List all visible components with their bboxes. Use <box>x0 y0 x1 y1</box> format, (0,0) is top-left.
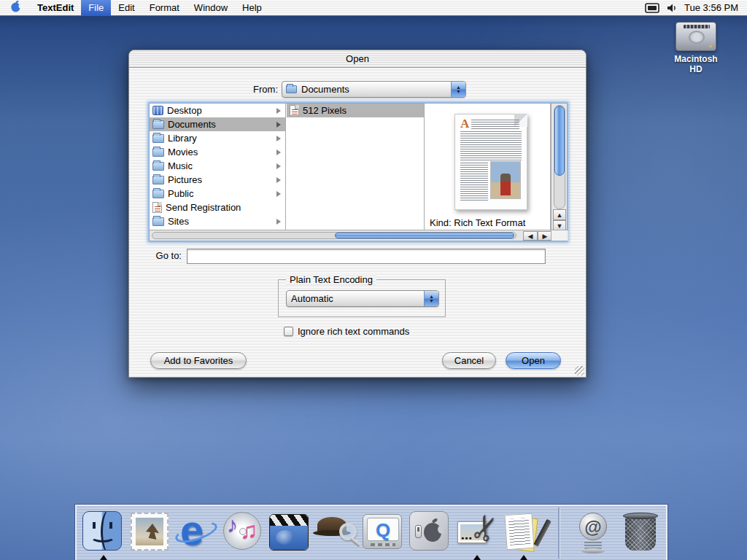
menu-bar: TextEdit File Edit Format Window Help Tu… <box>0 0 747 16</box>
folder-item-send-registration[interactable]: Send Registration <box>150 201 285 214</box>
dock: e ♪♫ Q ●●● ✂ @ <box>75 505 667 560</box>
desktop-folder-icon <box>152 106 163 115</box>
goto-input[interactable] <box>187 249 546 264</box>
dock-sherlock-icon[interactable] <box>316 511 358 553</box>
ignore-rich-text-label: Ignore rich text commands <box>298 326 409 337</box>
folder-icon <box>286 85 297 93</box>
horizontal-scrollbar: ◀ ▶ <box>150 230 568 241</box>
dock-imovie-icon[interactable] <box>269 511 311 553</box>
folder-item-desktop[interactable]: Desktop <box>150 104 285 117</box>
dock-internet-explorer-icon[interactable]: e <box>176 511 218 553</box>
goto-label: Go to: <box>129 250 182 261</box>
menu-file[interactable]: File <box>81 0 111 16</box>
scroll-right-icon[interactable]: ▶ <box>538 231 552 241</box>
running-indicator <box>100 555 107 560</box>
dock-textedit-icon[interactable] <box>503 511 545 553</box>
folder-item-music[interactable]: Music <box>150 159 285 173</box>
sites-folder-icon <box>152 217 164 226</box>
dock-grab-icon[interactable]: ●●● ✂ <box>456 511 498 553</box>
add-to-favorites-button[interactable]: Add to Favorites <box>150 352 247 369</box>
chevron-right-icon <box>276 122 281 128</box>
from-popup-value: Documents <box>297 84 451 95</box>
chevron-right-icon <box>276 149 281 155</box>
menu-clock[interactable]: Tue 3:56 PM <box>684 2 738 13</box>
ignore-rich-text-row: Ignore rich text commands <box>284 326 409 337</box>
volume-icon[interactable] <box>667 3 677 13</box>
ignore-rich-text-checkbox[interactable] <box>284 327 293 336</box>
folder-item-public[interactable]: Public <box>150 187 285 201</box>
movies-folder-icon <box>152 148 164 157</box>
music-folder-icon <box>152 162 164 171</box>
dock-divider <box>558 508 560 559</box>
dock-system-preferences-icon[interactable] <box>409 511 452 553</box>
scrollbar-track[interactable] <box>152 232 516 239</box>
open-dialog: Open From: Documents ▲▼ Desktop Document… <box>128 50 587 378</box>
popup-stepper-icon: ▲▼ <box>451 82 465 97</box>
file-kind-label: Kind: Rich Text Format <box>430 217 525 228</box>
apple-icon <box>10 0 21 12</box>
preview-dropcap: A <box>460 119 469 129</box>
resize-grip[interactable] <box>575 366 584 376</box>
dock-trash-icon[interactable] <box>619 511 662 553</box>
menu-help[interactable]: Help <box>235 0 269 16</box>
chevron-right-icon <box>276 108 281 114</box>
public-folder-icon <box>152 190 164 198</box>
dock-mail-icon[interactable] <box>129 511 171 553</box>
folder-item-sites[interactable]: Sites <box>150 214 285 228</box>
apple-menu[interactable] <box>0 0 30 16</box>
preview-column: A Kind: Rich Text Format <box>425 104 551 231</box>
dialog-title: Open <box>346 53 369 64</box>
folder-item-documents[interactable]: Documents <box>150 117 285 131</box>
folder-item-movies[interactable]: Movies <box>150 145 285 159</box>
from-popup[interactable]: Documents ▲▼ <box>282 81 466 98</box>
from-label: From: <box>217 84 278 95</box>
chevron-right-icon <box>276 219 281 225</box>
scroll-up-icon[interactable]: ▲ <box>553 209 566 220</box>
encoding-groupbox: Plain Text Encoding Automatic ▲▼ <box>278 279 446 317</box>
running-indicator <box>473 555 481 560</box>
dock-url-shortcut-icon[interactable]: @ <box>573 511 615 553</box>
pictures-folder-icon <box>152 176 164 184</box>
scrollbar-thumb[interactable] <box>554 106 565 176</box>
volume-label: Macintosh HD <box>668 54 724 74</box>
cancel-button[interactable]: Cancel <box>442 352 496 369</box>
hard-drive-icon <box>676 22 716 51</box>
folder-item-library[interactable]: Library <box>150 131 285 145</box>
documents-folder-icon <box>152 120 164 129</box>
scrollbar-thumb[interactable] <box>335 233 514 238</box>
scrollbar-track[interactable] <box>554 105 565 209</box>
popup-stepper-icon: ▲▼ <box>424 291 438 306</box>
dock-itunes-icon[interactable]: ♪♫ <box>222 511 265 553</box>
dock-quicktime-icon[interactable]: Q <box>363 511 405 553</box>
document-preview-thumbnail: A <box>454 114 527 210</box>
menu-format[interactable]: Format <box>142 0 187 16</box>
file-item-512-pixels[interactable]: 512 Pixels <box>287 104 424 117</box>
menu-window[interactable]: Window <box>187 0 235 16</box>
rtf-document-icon <box>290 105 299 116</box>
app-menu-textedit[interactable]: TextEdit <box>30 0 81 16</box>
scroll-left-icon[interactable]: ◀ <box>523 231 538 241</box>
chevron-right-icon <box>276 177 281 183</box>
display-icon[interactable] <box>645 3 659 13</box>
open-button[interactable]: Open <box>506 352 561 369</box>
encoding-popup-value: Automatic <box>287 293 424 304</box>
chevron-right-icon <box>276 163 281 169</box>
vertical-scrollbar: ▲ ▼ <box>551 104 567 231</box>
file-browser: Desktop Documents Library Movies <box>149 103 568 241</box>
encoding-popup[interactable]: Automatic ▲▼ <box>286 290 439 307</box>
dialog-title-bar[interactable]: Open <box>129 50 586 68</box>
folder-column: Desktop Documents Library Movies <box>150 104 286 231</box>
menu-edit[interactable]: Edit <box>111 0 142 16</box>
apple-silhouette-icon <box>422 518 444 542</box>
document-icon <box>152 202 162 213</box>
dock-finder-icon[interactable] <box>82 511 125 553</box>
scrollbar-corner <box>551 230 567 241</box>
running-indicator <box>520 555 527 560</box>
file-column: 512 Pixels <box>287 104 425 231</box>
folder-item-pictures[interactable]: Pictures <box>150 173 285 187</box>
desktop-icon-macintosh-hd[interactable]: Macintosh HD <box>668 22 724 74</box>
chevron-right-icon <box>276 136 281 141</box>
encoding-group-title: Plain Text Encoding <box>286 274 376 285</box>
chevron-right-icon <box>276 191 281 197</box>
preview-photo <box>490 161 521 199</box>
